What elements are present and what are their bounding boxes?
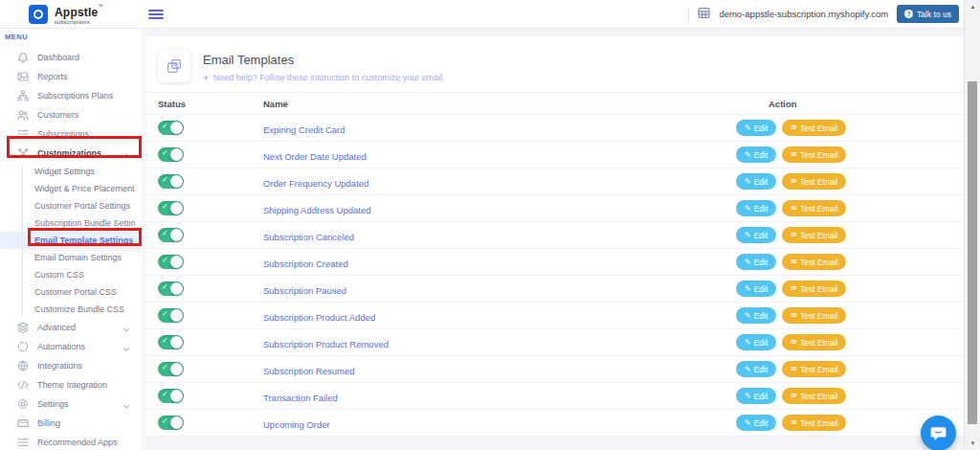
sidebar-item-billing[interactable]: Billing <box>0 414 143 433</box>
sidebar-subitem-widget-price-placement[interactable]: Widget & Price Placement <box>0 180 143 197</box>
sidebar-subitem-label: Custom CSS <box>34 270 84 280</box>
template-name-link[interactable]: Subscription Resumed <box>263 366 355 376</box>
template-name-link[interactable]: Subscription Product Added <box>263 312 375 323</box>
edit-button[interactable]: ✎Edit <box>736 227 776 243</box>
sidebar-item-dashboard[interactable]: Dashboard <box>0 48 143 67</box>
sidebar-subitem-email-template-settings[interactable]: Email Template Settings <box>0 232 143 249</box>
status-toggle[interactable]: ✓ <box>158 255 184 269</box>
edit-button[interactable]: ✎Edit <box>736 146 776 163</box>
template-name-link[interactable]: Shipping Address Updated <box>263 205 371 215</box>
send-email-icon: ✉ <box>791 150 797 159</box>
appstle-logo[interactable]: Appstle™ subscriptions <box>29 4 102 25</box>
sidebar-item-label: Billing <box>37 418 60 428</box>
help-link[interactable]: ✈ Need help? Follow these instruction to… <box>203 73 445 82</box>
customers-icon <box>16 109 29 121</box>
status-toggle[interactable]: ✓ <box>158 174 184 189</box>
automations-icon <box>16 341 29 352</box>
sidebar-item-customizations[interactable]: Customizations <box>0 144 143 163</box>
chevron-down-icon <box>122 395 130 413</box>
edit-button[interactable]: ✎Edit <box>736 173 776 190</box>
pencil-icon: ✎ <box>745 392 751 400</box>
scroll-down-arrow-icon[interactable]: ▼ <box>965 437 980 450</box>
status-toggle[interactable]: ✓ <box>158 362 184 376</box>
send-email-icon: ✉ <box>791 258 797 266</box>
test-email-button[interactable]: ✉Test Email <box>782 120 846 136</box>
test-email-button[interactable]: ✉Test Email <box>782 281 846 297</box>
sidebar-item-automations[interactable]: Automations <box>0 337 143 356</box>
sidebar-subitem-customer-portal-css[interactable]: Customer Portal CSS <box>0 283 143 301</box>
test-email-button[interactable]: ✉Test Email <box>782 200 846 216</box>
status-toggle[interactable]: ✓ <box>158 147 184 162</box>
status-toggle[interactable]: ✓ <box>158 389 184 403</box>
chat-widget-button[interactable] <box>921 416 956 450</box>
template-name-link[interactable]: Subscription Paused <box>263 285 346 296</box>
advanced-icon <box>16 322 29 333</box>
status-toggle[interactable]: ✓ <box>158 281 184 296</box>
sidebar-item-integrations[interactable]: Integrations <box>0 356 143 375</box>
sidebar-subitem-widget-settings[interactable]: Widget Settings <box>0 163 143 180</box>
edit-button[interactable]: ✎Edit <box>736 307 776 324</box>
table-row: ✓Shipping Address Updated✎Edit✉Test Emai… <box>146 195 964 222</box>
sidebar-item-recommended-apps[interactable]: Recommended Apps <box>0 433 143 450</box>
pencil-icon: ✎ <box>745 177 751 186</box>
test-email-button[interactable]: ✉Test Email <box>782 415 846 431</box>
sidebar-subitem-subscription-bundle-settin[interactable]: Subscription Bundle Settin <box>0 214 143 232</box>
template-name-link[interactable]: Expiring Credit Card <box>263 124 345 135</box>
test-email-button[interactable]: ✉Test Email <box>782 334 846 350</box>
template-name-link[interactable]: Subscription Canceled <box>263 232 354 242</box>
template-name-link[interactable]: Next Order Date Updated <box>263 151 367 162</box>
template-name-link[interactable]: Transaction Failed <box>263 393 338 403</box>
vertical-scrollbar[interactable]: ▲ ▼ <box>964 0 980 450</box>
template-name-link[interactable]: Subscription Created <box>263 259 348 269</box>
edit-button[interactable]: ✎Edit <box>736 120 776 136</box>
sidebar-item-reports[interactable]: Reports <box>0 67 143 86</box>
table-row: ✓Subscription Product Removed✎Edit✉Test … <box>146 329 964 356</box>
status-toggle[interactable]: ✓ <box>158 308 184 323</box>
edit-button[interactable]: ✎Edit <box>736 388 776 404</box>
email-templates-card: Email Templates ✈ Need help? Follow thes… <box>146 36 964 437</box>
test-email-button[interactable]: ✉Test Email <box>782 361 846 377</box>
pencil-icon: ✎ <box>745 311 751 320</box>
test-email-button[interactable]: ✉Test Email <box>782 254 846 270</box>
sidebar-subitem-custom-css[interactable]: Custom CSS <box>0 266 143 283</box>
scrollbar-thumb[interactable] <box>968 81 977 424</box>
sidebar-item-customers[interactable]: Customers <box>0 105 143 124</box>
edit-button[interactable]: ✎Edit <box>736 281 776 297</box>
talk-to-us-button[interactable]: ? Talk to us <box>897 5 959 23</box>
send-email-icon: ✉ <box>791 204 797 213</box>
main-content: Email Templates ✈ Need help? Follow thes… <box>145 29 964 450</box>
table-header: Status Name Action <box>146 92 964 115</box>
sidebar-item-subscriptions-plans[interactable]: Subscriptions Plans <box>0 86 143 105</box>
test-email-button[interactable]: ✉Test Email <box>782 146 846 163</box>
edit-button[interactable]: ✎Edit <box>736 200 776 216</box>
scroll-up-arrow-icon[interactable]: ▲ <box>965 0 980 13</box>
edit-button[interactable]: ✎Edit <box>736 334 776 350</box>
template-name-link[interactable]: Order Frequency Updated <box>263 178 368 189</box>
edit-button[interactable]: ✎Edit <box>736 254 776 270</box>
hamburger-menu-icon[interactable] <box>148 8 164 21</box>
sidebar-item-advanced[interactable]: Advanced <box>0 318 143 337</box>
edit-button[interactable]: ✎Edit <box>736 361 776 377</box>
dashboard-icon <box>16 52 29 63</box>
status-toggle[interactable]: ✓ <box>158 335 184 349</box>
test-email-button[interactable]: ✉Test Email <box>782 388 846 404</box>
edit-button[interactable]: ✎Edit <box>736 415 776 431</box>
sidebar-item-settings[interactable]: Settings <box>0 394 143 414</box>
template-name-link[interactable]: Upcoming Order <box>263 419 330 430</box>
status-toggle[interactable]: ✓ <box>158 228 184 242</box>
sidebar-item-label: Recommended Apps <box>37 438 118 447</box>
sidebar-item-theme-integration[interactable]: Theme Integration <box>0 375 143 394</box>
sidebar-subitem-customize-bundle-css[interactable]: Customize Bundle CSS <box>0 301 143 318</box>
sidebar-subitem-customer-portal-settings[interactable]: Customer Portal Settings <box>0 197 143 214</box>
sidebar-subitem-email-domain-settings[interactable]: Email Domain Settings <box>0 249 143 266</box>
subscriptions-icon <box>16 128 29 140</box>
sidebar-item-subscriptions[interactable]: Subscriptions <box>0 124 143 144</box>
test-email-button[interactable]: ✉Test Email <box>782 227 846 243</box>
test-email-button[interactable]: ✉Test Email <box>782 307 846 324</box>
sidebar-subitem-label: Customer Portal Settings <box>34 201 130 211</box>
status-toggle[interactable]: ✓ <box>158 121 184 135</box>
status-toggle[interactable]: ✓ <box>158 201 184 215</box>
template-name-link[interactable]: Subscription Product Removed <box>263 339 389 349</box>
test-email-button[interactable]: ✉Test Email <box>782 173 846 190</box>
status-toggle[interactable]: ✓ <box>158 416 184 430</box>
